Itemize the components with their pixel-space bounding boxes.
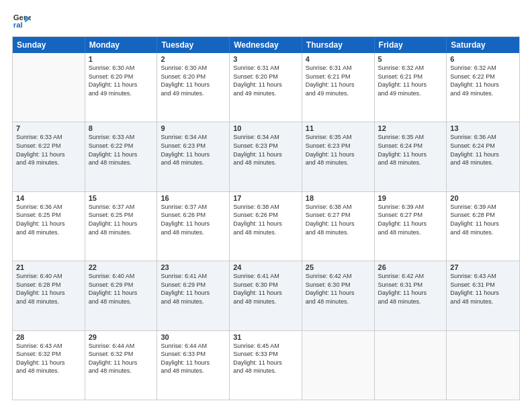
calendar-header-cell: Tuesday — [157, 37, 230, 53]
day-number: 3 — [233, 55, 298, 63]
day-details: Sunrise: 6:40 AM Sunset: 6:28 PM Dayligh… — [16, 272, 81, 306]
calendar-header-cell: Sunday — [13, 37, 85, 53]
day-details: Sunrise: 6:39 AM Sunset: 6:28 PM Dayligh… — [450, 203, 516, 236]
day-details: Sunrise: 6:31 AM Sunset: 6:21 PM Dayligh… — [306, 64, 371, 97]
calendar-cell: 16Sunrise: 6:37 AM Sunset: 6:26 PM Dayli… — [157, 192, 230, 261]
calendar-header: SundayMondayTuesdayWednesdayThursdayFrid… — [13, 37, 519, 53]
day-details: Sunrise: 6:37 AM Sunset: 6:25 PM Dayligh… — [89, 203, 154, 236]
calendar-cell: 1Sunrise: 6:30 AM Sunset: 6:20 PM Daylig… — [85, 53, 158, 122]
page: Gene ral SundayMondayTuesdayWednesdayThu… — [0, 0, 532, 411]
header: Gene ral — [12, 11, 520, 30]
calendar-header-cell: Wednesday — [230, 37, 302, 53]
calendar-row: 1Sunrise: 6:30 AM Sunset: 6:20 PM Daylig… — [13, 53, 519, 122]
calendar-cell: 6Sunrise: 6:32 AM Sunset: 6:22 PM Daylig… — [447, 53, 519, 122]
day-number: 23 — [161, 263, 226, 271]
day-number: 28 — [16, 333, 81, 341]
day-number: 4 — [306, 55, 371, 63]
calendar-cell: 18Sunrise: 6:38 AM Sunset: 6:27 PM Dayli… — [302, 192, 375, 261]
calendar-cell: 19Sunrise: 6:39 AM Sunset: 6:27 PM Dayli… — [375, 192, 447, 261]
calendar-row: 28Sunrise: 6:43 AM Sunset: 6:32 PM Dayli… — [13, 331, 519, 400]
day-number: 14 — [16, 194, 81, 202]
day-details: Sunrise: 6:40 AM Sunset: 6:29 PM Dayligh… — [89, 272, 154, 306]
day-number: 9 — [161, 124, 226, 132]
day-number: 8 — [89, 124, 154, 132]
day-details: Sunrise: 6:38 AM Sunset: 6:26 PM Dayligh… — [233, 203, 298, 236]
calendar-cell: 29Sunrise: 6:44 AM Sunset: 6:32 PM Dayli… — [85, 331, 158, 400]
day-number: 11 — [306, 124, 371, 132]
calendar-header-cell: Monday — [85, 37, 158, 53]
calendar-cell: 17Sunrise: 6:38 AM Sunset: 6:26 PM Dayli… — [230, 192, 302, 261]
calendar-cell: 26Sunrise: 6:42 AM Sunset: 6:31 PM Dayli… — [375, 261, 447, 330]
day-number: 17 — [233, 194, 298, 202]
svg-text:ral: ral — [13, 21, 23, 29]
day-details: Sunrise: 6:41 AM Sunset: 6:29 PM Dayligh… — [161, 272, 226, 306]
calendar-row: 7Sunrise: 6:33 AM Sunset: 6:22 PM Daylig… — [13, 122, 519, 191]
day-number: 2 — [161, 55, 226, 63]
day-number: 25 — [306, 263, 371, 271]
calendar-cell: 24Sunrise: 6:41 AM Sunset: 6:30 PM Dayli… — [230, 261, 302, 330]
day-details: Sunrise: 6:37 AM Sunset: 6:26 PM Dayligh… — [161, 203, 226, 236]
calendar-cell: 5Sunrise: 6:32 AM Sunset: 6:21 PM Daylig… — [375, 53, 447, 122]
calendar-cell: 14Sunrise: 6:36 AM Sunset: 6:25 PM Dayli… — [13, 192, 85, 261]
calendar-cell: 9Sunrise: 6:34 AM Sunset: 6:23 PM Daylig… — [157, 122, 230, 191]
day-number: 22 — [89, 263, 154, 271]
calendar-cell: 12Sunrise: 6:35 AM Sunset: 6:24 PM Dayli… — [375, 122, 447, 191]
logo: Gene ral — [12, 11, 34, 30]
day-details: Sunrise: 6:43 AM Sunset: 6:31 PM Dayligh… — [450, 272, 516, 306]
calendar-header-cell: Friday — [375, 37, 447, 53]
day-details: Sunrise: 6:36 AM Sunset: 6:25 PM Dayligh… — [16, 203, 81, 236]
calendar-cell: 21Sunrise: 6:40 AM Sunset: 6:28 PM Dayli… — [13, 261, 85, 330]
calendar-cell — [13, 53, 85, 122]
day-details: Sunrise: 6:34 AM Sunset: 6:23 PM Dayligh… — [233, 133, 298, 167]
day-details: Sunrise: 6:30 AM Sunset: 6:20 PM Dayligh… — [89, 64, 154, 97]
calendar-row: 21Sunrise: 6:40 AM Sunset: 6:28 PM Dayli… — [13, 261, 519, 330]
day-details: Sunrise: 6:32 AM Sunset: 6:22 PM Dayligh… — [450, 64, 516, 97]
day-details: Sunrise: 6:35 AM Sunset: 6:23 PM Dayligh… — [306, 133, 371, 167]
day-number: 12 — [378, 124, 443, 132]
calendar-cell: 11Sunrise: 6:35 AM Sunset: 6:23 PM Dayli… — [302, 122, 375, 191]
day-details: Sunrise: 6:31 AM Sunset: 6:20 PM Dayligh… — [233, 64, 298, 97]
day-number: 26 — [378, 263, 443, 271]
calendar-cell: 15Sunrise: 6:37 AM Sunset: 6:25 PM Dayli… — [85, 192, 158, 261]
day-number: 1 — [89, 55, 154, 63]
calendar-cell: 22Sunrise: 6:40 AM Sunset: 6:29 PM Dayli… — [85, 261, 158, 330]
day-number: 21 — [16, 263, 81, 271]
day-number: 5 — [378, 55, 443, 63]
calendar-cell: 7Sunrise: 6:33 AM Sunset: 6:22 PM Daylig… — [13, 122, 85, 191]
calendar-cell: 31Sunrise: 6:45 AM Sunset: 6:33 PM Dayli… — [230, 331, 302, 400]
day-details: Sunrise: 6:33 AM Sunset: 6:22 PM Dayligh… — [16, 133, 81, 167]
day-number: 10 — [233, 124, 298, 132]
calendar-header-cell: Thursday — [302, 37, 375, 53]
day-number: 19 — [378, 194, 443, 202]
day-details: Sunrise: 6:36 AM Sunset: 6:24 PM Dayligh… — [450, 133, 516, 167]
day-details: Sunrise: 6:42 AM Sunset: 6:31 PM Dayligh… — [378, 272, 443, 306]
day-number: 18 — [306, 194, 371, 202]
calendar-cell: 28Sunrise: 6:43 AM Sunset: 6:32 PM Dayli… — [13, 331, 85, 400]
calendar-cell: 2Sunrise: 6:30 AM Sunset: 6:20 PM Daylig… — [157, 53, 230, 122]
day-details: Sunrise: 6:33 AM Sunset: 6:22 PM Dayligh… — [89, 133, 154, 167]
calendar-body: 1Sunrise: 6:30 AM Sunset: 6:20 PM Daylig… — [13, 53, 519, 400]
day-details: Sunrise: 6:35 AM Sunset: 6:24 PM Dayligh… — [378, 133, 443, 167]
day-details: Sunrise: 6:43 AM Sunset: 6:32 PM Dayligh… — [16, 342, 81, 375]
day-number: 29 — [89, 333, 154, 341]
day-details: Sunrise: 6:45 AM Sunset: 6:33 PM Dayligh… — [233, 342, 298, 375]
calendar: SundayMondayTuesdayWednesdayThursdayFrid… — [12, 36, 520, 400]
calendar-cell: 4Sunrise: 6:31 AM Sunset: 6:21 PM Daylig… — [302, 53, 375, 122]
day-number: 13 — [450, 124, 516, 132]
day-details: Sunrise: 6:34 AM Sunset: 6:23 PM Dayligh… — [161, 133, 226, 167]
day-details: Sunrise: 6:30 AM Sunset: 6:20 PM Dayligh… — [161, 64, 226, 97]
calendar-header-cell: Saturday — [447, 37, 519, 53]
day-number: 30 — [161, 333, 226, 341]
day-details: Sunrise: 6:42 AM Sunset: 6:30 PM Dayligh… — [306, 272, 371, 306]
calendar-cell: 25Sunrise: 6:42 AM Sunset: 6:30 PM Dayli… — [302, 261, 375, 330]
calendar-cell: 20Sunrise: 6:39 AM Sunset: 6:28 PM Dayli… — [447, 192, 519, 261]
day-number: 7 — [16, 124, 81, 132]
day-details: Sunrise: 6:39 AM Sunset: 6:27 PM Dayligh… — [378, 203, 443, 236]
logo-icon: Gene ral — [12, 11, 31, 30]
day-details: Sunrise: 6:44 AM Sunset: 6:33 PM Dayligh… — [161, 342, 226, 375]
day-number: 6 — [450, 55, 516, 63]
day-number: 20 — [450, 194, 516, 202]
day-number: 15 — [89, 194, 154, 202]
calendar-cell: 3Sunrise: 6:31 AM Sunset: 6:20 PM Daylig… — [230, 53, 302, 122]
day-details: Sunrise: 6:41 AM Sunset: 6:30 PM Dayligh… — [233, 272, 298, 306]
